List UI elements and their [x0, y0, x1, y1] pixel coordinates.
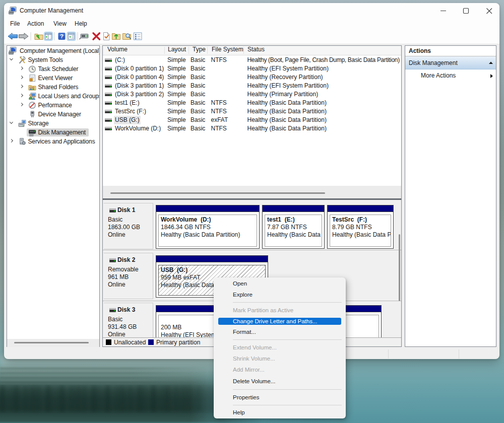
svg-text:?: ? [60, 33, 64, 39]
